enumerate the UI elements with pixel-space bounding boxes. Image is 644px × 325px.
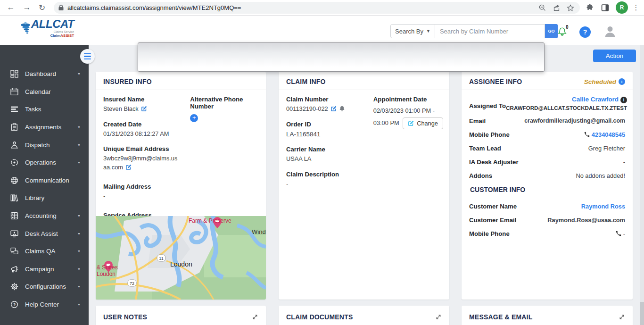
alt-phone-label: Alternative Phone Number	[190, 96, 258, 110]
expand-icon[interactable]	[619, 314, 625, 320]
sidebar-toggle-button[interactable]	[80, 49, 95, 64]
edit-insured-name-icon[interactable]	[141, 106, 147, 112]
library-icon	[10, 194, 19, 202]
scrollbar-thumb[interactable]	[640, 302, 644, 325]
allcat-logo[interactable]: ALLCAT Claims Service ClaimASSIST	[20, 18, 76, 42]
sidebar-item-campaign[interactable]: Campaign ▾	[0, 260, 89, 278]
chevron-down-icon: ▾	[78, 285, 80, 289]
claim-alert-bell-icon[interactable]	[339, 105, 345, 112]
location-map[interactable]: 11 72 Farm & Preserve WindRi Loudon & Su…	[96, 216, 266, 300]
megaphone-icon	[10, 265, 19, 273]
globe-icon	[10, 176, 19, 184]
chevron-down-icon: ▾	[78, 125, 80, 129]
mobile-phone-row: Mobile Phone 4234048545	[469, 131, 625, 138]
claim-search-input[interactable]	[435, 24, 545, 38]
sidebar-item-help-center[interactable]: ? Help Center ▾	[0, 296, 89, 314]
claim-info-title: CLAIM INFO	[286, 78, 326, 85]
team-lead-value: Greg Fletcher	[588, 145, 625, 152]
appointment-field: Appointment Date 02/03/2023 01:00 PM - 0…	[373, 96, 442, 129]
created-date-field: Created Date 01/31/2023 08:12:27 AM	[103, 121, 190, 139]
change-appointment-button[interactable]: Change	[403, 117, 443, 129]
expand-icon[interactable]	[252, 314, 258, 320]
gear-icon	[10, 283, 19, 291]
ia-desk-adjuster-value: -	[623, 158, 625, 166]
calendar-icon	[10, 88, 19, 96]
assignee-phone-link[interactable]: 4234048545	[592, 131, 625, 138]
carrier-field: Carrier Name USAA LA	[286, 146, 373, 164]
claim-search-group: Search By▼ GO	[390, 24, 558, 38]
unique-email-field: Unique Email Address 3wbcz9w8j9mm@claims…	[103, 145, 190, 172]
help-button[interactable]: ?	[579, 26, 591, 38]
svg-text:?: ?	[13, 302, 16, 307]
customer-name-link[interactable]: Raymond Ross	[581, 203, 625, 210]
insured-info-card: INSURED INFO Insured Name Steven Black C…	[96, 72, 266, 300]
search-go-button[interactable]: GO	[545, 24, 558, 38]
search-by-dropdown[interactable]: Search By▼	[390, 24, 435, 38]
sidebar-item-communication[interactable]: Communication	[0, 172, 89, 190]
customer-info-title: CUSTOMER INFO	[470, 186, 625, 193]
assigned-to-link[interactable]: Callie Crawford	[572, 96, 619, 103]
page-scrollbar[interactable]	[640, 45, 644, 325]
customer-phone-value: -	[623, 230, 625, 237]
add-alt-phone-button[interactable]: +	[190, 114, 198, 122]
chevron-down-icon: ▾	[78, 302, 80, 307]
sidebar-item-desk-assist[interactable]: Desk Assist ▾	[0, 225, 89, 242]
logo-tagline: Claims Service	[31, 30, 74, 33]
user-notes-title: USER NOTES	[103, 313, 147, 321]
mailing-address-field: Mailing Address -	[103, 183, 190, 201]
status-info-icon[interactable]: i	[619, 78, 625, 85]
map-label-suites-1: & Suites	[97, 264, 118, 271]
side-panel-icon[interactable]	[600, 2, 610, 13]
expand-icon[interactable]	[435, 314, 442, 320]
claim-info-card: CLAIM INFO Claim Number 001132190-022 Or…	[279, 72, 449, 300]
share-icon[interactable]	[552, 3, 561, 13]
sidebar-item-assignments[interactable]: Assignments ▾	[0, 118, 89, 136]
sidebar-item-configurations[interactable]: Configurations ▾	[0, 278, 89, 296]
browser-profile-avatar[interactable]: R	[616, 1, 628, 14]
assigned-to-row: Assigned To Callie Crawfordi CRAWFORD@AL…	[469, 96, 625, 111]
edit-claim-number-icon[interactable]	[330, 106, 337, 112]
zoom-out-icon[interactable]	[537, 3, 547, 13]
assignee-info-card: ASSIGNEE INFO Scheduledi Assigned To Cal…	[462, 72, 633, 300]
sidebar-item-operations[interactable]: Operations ▾	[0, 154, 89, 172]
browser-back-icon[interactable]: ←	[6, 2, 16, 13]
notification-count-badge: 0	[566, 25, 569, 30]
browser-reload-icon[interactable]: ↻	[37, 2, 47, 13]
monitor-icon	[10, 230, 19, 238]
extensions-icon[interactable]	[585, 2, 595, 13]
action-button[interactable]: Action	[593, 50, 636, 62]
claim-description-field: Claim Description -	[286, 171, 373, 189]
claim-documents-title: CLAIM DOCUMENTS	[286, 313, 353, 321]
bookmark-star-icon[interactable]	[566, 3, 575, 13]
map-label-farm-preserve: Farm & Preserve	[189, 217, 231, 224]
ia-desk-adjuster-row: IA Desk Adjuster -	[469, 158, 625, 166]
sidebar-item-claims-qa[interactable]: Claims QA ▾	[0, 242, 89, 260]
chevron-down-icon: ▾	[78, 232, 80, 236]
route-shield-11: 11	[157, 255, 165, 261]
assigned-to-id: CRAWFORD@ALLCAT.STOCKDALE.TX.ZTEST	[506, 105, 627, 111]
sidebar-item-calendar[interactable]: Calendar	[0, 83, 89, 101]
browser-menu-icon[interactable]: ⋮	[632, 2, 640, 13]
edit-pencil-icon	[408, 120, 414, 126]
address-bar[interactable]: allcatclaims.claimassist.com/assignment/…	[54, 2, 580, 14]
app-header: ALLCAT Claims Service ClaimASSIST Search…	[0, 16, 644, 45]
svg-text:72: 72	[130, 281, 134, 286]
status-badge: Scheduledi	[584, 78, 625, 85]
map-label-town: Loudon	[170, 260, 192, 268]
sidebar-item-accounting[interactable]: Accounting ▾	[0, 207, 89, 225]
sidebar-item-dashboard[interactable]: Dashboard ▾	[0, 65, 89, 83]
sidebar-item-dispatch[interactable]: Dispatch ▾	[0, 136, 89, 154]
sidebar-nav: Dashboard ▾ Calendar Tasks Assignments ▾…	[0, 45, 89, 313]
user-avatar[interactable]	[603, 24, 618, 39]
sidebar-item-library[interactable]: Library	[0, 189, 89, 207]
assignee-info-icon[interactable]: i	[620, 97, 627, 103]
insured-info-title: INSURED INFO	[103, 78, 152, 85]
route-shield-72: 72	[128, 280, 136, 286]
chevron-down-icon: ▾	[78, 72, 80, 76]
notifications-bell-icon[interactable]: 0	[558, 26, 571, 38]
edit-unique-email-icon[interactable]	[125, 164, 132, 170]
chevron-down-icon: ▾	[78, 249, 80, 253]
sidebar-item-tasks[interactable]: Tasks	[0, 100, 89, 118]
map-label-suites-2: Loudon	[97, 271, 116, 277]
browser-forward-icon[interactable]: →	[22, 2, 32, 13]
